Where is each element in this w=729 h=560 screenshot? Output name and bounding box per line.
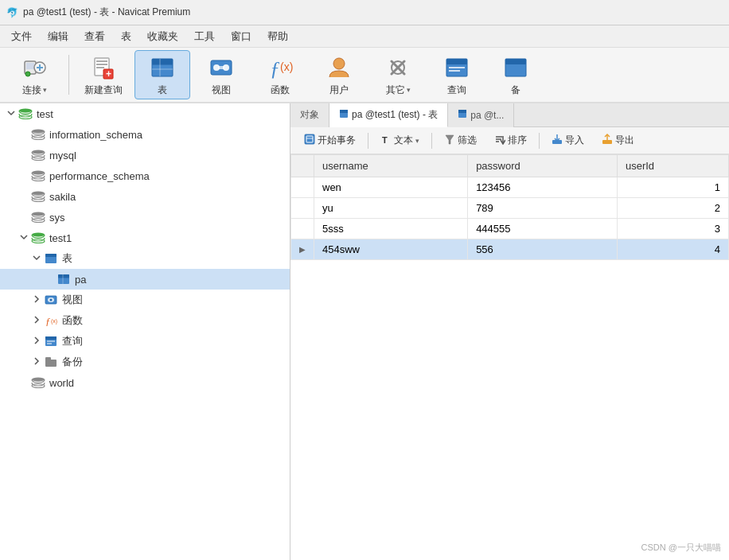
tbl-btn-text[interactable]: T文本▾ xyxy=(373,130,427,150)
menu-item-编辑[interactable]: 编辑 xyxy=(40,26,76,47)
tree-arrow-sys xyxy=(19,213,30,222)
toolbar-btn-user[interactable]: 用户 xyxy=(311,50,367,99)
tbl-btn-label-export: 导出 xyxy=(615,134,634,147)
tree-item-tables[interactable]: 表 xyxy=(0,248,290,269)
tree-arrow-test xyxy=(6,108,18,119)
col-userid[interactable]: userId xyxy=(617,155,728,177)
cell-username-row2[interactable]: 5sss xyxy=(314,219,468,239)
tbl-btn-sort[interactable]: 排序 xyxy=(487,130,534,150)
tbl-btn-begin-tx[interactable]: 开始事务 xyxy=(297,130,363,150)
svg-rect-48 xyxy=(45,254,57,257)
toolbar-btn-connect[interactable]: 连接▾ xyxy=(6,50,62,99)
view-icon xyxy=(207,53,236,82)
menu-item-工具[interactable]: 工具 xyxy=(186,26,223,47)
svg-marker-74 xyxy=(446,135,454,144)
cell-password-row2[interactable]: 444555 xyxy=(468,219,618,239)
tab-icon-pa-tab2 xyxy=(458,109,467,121)
menubar: 文件编辑查看表收藏夹工具窗口帮助 xyxy=(0,25,729,48)
toolbar-btn-other[interactable]: 其它▾ xyxy=(370,50,426,99)
tree-item-performance_schema[interactable]: performance_schema xyxy=(0,165,290,186)
menu-item-收藏夹[interactable]: 收藏夹 xyxy=(139,26,186,47)
tree-item-information_schema[interactable]: information_schema xyxy=(0,124,290,145)
cell-userId-row2[interactable]: 3 xyxy=(617,219,728,239)
tree-label-backups: 备份 xyxy=(62,355,83,369)
menu-item-查看[interactable]: 查看 xyxy=(76,26,113,47)
tbl-btn-filter[interactable]: 筛选 xyxy=(437,130,484,150)
header-row: username password userId xyxy=(291,155,729,177)
tree-item-sakila[interactable]: sakila xyxy=(0,186,290,207)
tree-item-pa[interactable]: pa xyxy=(0,269,290,290)
cell-indicator-row2 xyxy=(291,219,314,239)
tree-item-functions[interactable]: ƒ(x)函数 xyxy=(0,310,290,331)
tab-label-pa-tab2: pa @t... xyxy=(470,110,504,121)
tbl-btn-import[interactable]: 导入 xyxy=(544,130,591,150)
table-row[interactable]: yu7892 xyxy=(291,198,729,219)
tree-item-test1[interactable]: test1 xyxy=(0,228,290,248)
text-arrow: ▾ xyxy=(415,137,419,145)
tree-label-test1: test1 xyxy=(49,232,72,244)
tree-arrow-backups xyxy=(32,356,43,368)
toolbar-btn-view[interactable]: 视图 xyxy=(193,50,249,99)
col-password[interactable]: password xyxy=(468,155,618,177)
cell-userId-row3[interactable]: 4 xyxy=(617,239,728,260)
svg-point-35 xyxy=(32,130,45,134)
toolbar-btn-new-query[interactable]: +新建查询 xyxy=(76,50,131,99)
tree-label-sys: sys xyxy=(49,212,65,224)
tree-item-test[interactable]: test xyxy=(0,103,290,124)
table-row[interactable]: wen1234561 xyxy=(291,177,729,198)
cell-username-row1[interactable]: yu xyxy=(314,198,468,219)
toolbar-btn-backup[interactable]: 备 xyxy=(488,50,544,99)
cell-password-row0[interactable]: 123456 xyxy=(468,177,618,198)
main-layout: test information_schema mysql performanc… xyxy=(0,103,729,560)
menu-item-窗口[interactable]: 窗口 xyxy=(223,26,259,47)
svg-text:T: T xyxy=(382,135,388,145)
tree-label-functions: 函数 xyxy=(62,313,83,328)
cell-userId-row0[interactable]: 1 xyxy=(617,177,728,198)
tree-item-mysql[interactable]: mysql xyxy=(0,145,290,165)
tree-arrow-information_schema xyxy=(19,130,30,139)
cell-username-row3[interactable]: 454sww xyxy=(314,239,468,260)
tree-arrow-tables xyxy=(32,253,43,264)
tree-item-sys[interactable]: sys xyxy=(0,207,290,228)
tree-item-views[interactable]: 视图 xyxy=(0,290,290,310)
tbl-btn-label-begin-tx: 开始事务 xyxy=(318,134,356,147)
tab-label-pa-table: pa @test1 (test) - 表 xyxy=(352,108,438,122)
tree-label-tables: 表 xyxy=(62,251,72,266)
menu-item-表[interactable]: 表 xyxy=(113,26,139,47)
toolbar-btn-label-view: 视图 xyxy=(212,84,231,97)
tab-pa-table[interactable]: pa @test1 (test) - 表 xyxy=(329,103,448,127)
col-username[interactable]: username xyxy=(314,155,468,177)
data-table: username password userId wen1234561yu789… xyxy=(290,154,729,260)
connect-icon xyxy=(20,53,49,82)
toolbar-btn-query[interactable]: 查询 xyxy=(429,50,485,99)
tree-icon-functions: ƒ(x) xyxy=(43,314,59,327)
svg-point-5 xyxy=(25,72,30,76)
tree-item-queries[interactable]: 查询 xyxy=(0,331,290,352)
svg-rect-28 xyxy=(446,59,467,64)
table-row[interactable]: 5sss4445553 xyxy=(291,219,729,239)
tree-arrow-views xyxy=(32,294,43,305)
tree-label-performance_schema: performance_schema xyxy=(49,170,150,182)
toolbar-btn-label-query: 查询 xyxy=(447,84,466,97)
tbl-btn-label-import: 导入 xyxy=(565,134,584,147)
cell-username-row0[interactable]: wen xyxy=(314,177,468,198)
cell-password-row3[interactable]: 556 xyxy=(468,239,618,260)
toolbar-btn-table[interactable]: 表 xyxy=(134,50,190,99)
table-row[interactable]: ▶454sww5564 xyxy=(291,239,729,260)
svg-point-33 xyxy=(19,109,32,113)
cell-password-row1[interactable]: 789 xyxy=(468,198,618,219)
tree-label-pa: pa xyxy=(75,274,86,286)
connect-arrow: ▾ xyxy=(43,86,47,94)
tab-pa-tab2[interactable]: pa @t... xyxy=(448,103,514,127)
tree-item-world[interactable]: world xyxy=(0,372,290,393)
menu-item-文件[interactable]: 文件 xyxy=(3,26,40,47)
user-icon xyxy=(325,53,353,82)
menu-item-帮助[interactable]: 帮助 xyxy=(259,26,296,47)
tbl-btn-export[interactable]: 导出 xyxy=(595,130,641,150)
tree-item-backups[interactable]: 备份 xyxy=(0,352,290,372)
titlebar-icon: 🐬 xyxy=(6,7,18,18)
cell-userId-row1[interactable]: 2 xyxy=(617,198,728,219)
toolbar-btn-function[interactable]: ƒ(x)函数 xyxy=(252,50,308,99)
tree-icon-queries xyxy=(43,335,59,348)
tab-object[interactable]: 对象 xyxy=(290,103,329,127)
